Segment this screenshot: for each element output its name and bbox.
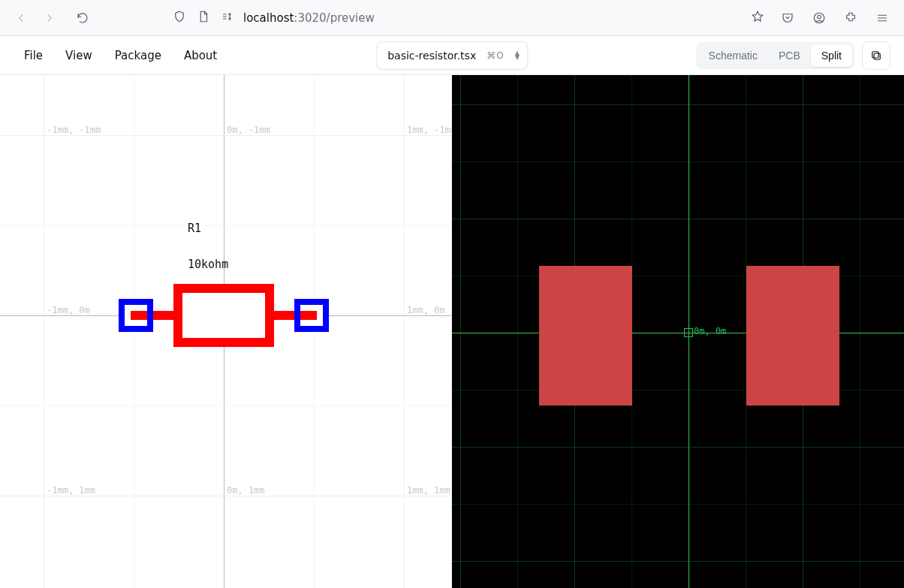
svg-point-3 xyxy=(818,15,821,19)
svg-rect-5 xyxy=(872,51,878,57)
grid-line xyxy=(0,135,451,136)
pin-2 xyxy=(300,311,317,320)
tab-pcb[interactable]: PCB xyxy=(768,44,811,67)
grid-line xyxy=(44,75,44,588)
pcb-pad-2[interactable] xyxy=(746,266,839,406)
grid-line xyxy=(404,75,405,588)
tab-schematic[interactable]: Schematic xyxy=(698,44,768,67)
copy-button[interactable] xyxy=(862,41,890,70)
component-ref: R1 xyxy=(188,222,201,235)
pin-1 xyxy=(131,311,147,320)
menu-view[interactable]: View xyxy=(55,44,103,67)
origin-marker xyxy=(684,328,693,337)
coord-label: 1mm, -1mm xyxy=(407,125,452,135)
nav-back-button[interactable] xyxy=(9,6,33,30)
svg-point-0 xyxy=(229,13,231,14)
schematic-pane[interactable]: -1mm, -1mm 0m, -1mm 1mm, -1mm -1mm, 0m 1… xyxy=(0,75,452,588)
coord-label: -1mm, -1mm xyxy=(47,125,101,135)
menu-about[interactable]: About xyxy=(173,44,228,67)
pocket-icon[interactable] xyxy=(775,5,800,31)
resistor-body[interactable] xyxy=(173,284,274,347)
bookmark-star-icon[interactable] xyxy=(751,10,764,26)
app-menu-icon[interactable] xyxy=(869,5,895,31)
coord-label: 0m, -1mm xyxy=(227,125,270,135)
nav-forward-button[interactable] xyxy=(38,6,62,30)
file-picker-filename: basic-resistor.tsx xyxy=(387,50,476,62)
component-value: 10kohm xyxy=(188,258,228,271)
chevron-updown-icon: ▲▼ xyxy=(515,51,520,60)
menu-package[interactable]: Package xyxy=(104,44,172,67)
coord-label: -1mm, 0m xyxy=(47,305,90,315)
svg-point-1 xyxy=(229,17,231,19)
nav-reload-button[interactable] xyxy=(71,6,95,30)
page-icon xyxy=(197,10,210,26)
coord-label: -1mm, 1mm xyxy=(47,485,95,496)
tab-split[interactable]: Split xyxy=(811,44,852,67)
view-mode-toggle: Schematic PCB Split xyxy=(696,42,854,69)
grid-line xyxy=(0,496,451,496)
account-icon[interactable] xyxy=(806,5,832,31)
extensions-icon[interactable] xyxy=(838,5,863,31)
shield-icon xyxy=(173,10,186,26)
url-text: localhost:3020/preview xyxy=(243,11,375,25)
coord-label: 0m, 1mm xyxy=(227,485,265,496)
file-picker-shortcut: ⌘O xyxy=(487,50,504,61)
svg-rect-4 xyxy=(874,53,880,59)
permissions-icon xyxy=(221,10,234,26)
url-bar[interactable]: localhost:3020/preview xyxy=(167,5,770,31)
coord-label: 1mm, 0m xyxy=(407,305,445,315)
pcb-pad-1[interactable] xyxy=(539,266,632,406)
origin-label: 0m, 0m xyxy=(694,326,726,336)
file-picker[interactable]: basic-resistor.tsx ⌘O ▲▼ xyxy=(376,41,528,70)
pcb-pane[interactable]: 0m, 0m xyxy=(452,75,904,588)
coord-label: 1mm, 1mm xyxy=(407,485,450,496)
menu-file[interactable]: File xyxy=(14,44,53,67)
